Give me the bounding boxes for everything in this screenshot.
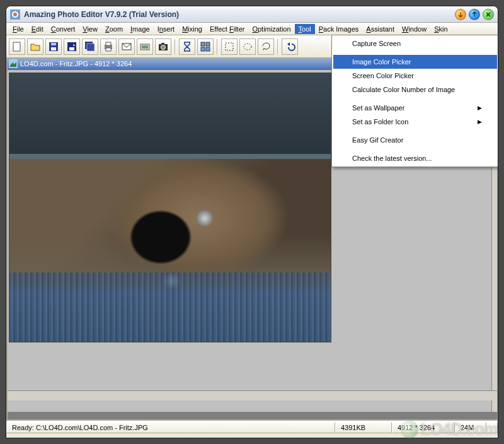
select-ellipse-icon [242,41,253,52]
save-as-icon [66,41,77,52]
maximize-button[interactable] [469,9,480,20]
camera-icon [158,41,169,52]
menu-zoom[interactable]: Zoom [101,24,127,34]
tile-button[interactable] [197,38,214,55]
tile-icon [200,41,211,52]
save-button[interactable] [45,38,62,55]
select-lasso-button[interactable] [258,38,274,55]
titlebar: Amazing Photo Editor V7.9.2 (Trial Versi… [6,6,498,23]
svg-rect-22 [206,42,210,46]
menubar: FileEditConvertViewZoomImageInsertMixing… [6,23,498,35]
svg-rect-5 [51,47,56,50]
camera-button[interactable] [155,38,171,55]
menuitem-calculate-color-number-of-image[interactable]: Calculate Color Number of Image [333,83,497,96]
save-all-button[interactable] [82,38,98,55]
menu-pack-images[interactable]: Pack Images [315,24,363,34]
menuitem-label: Image Color Picker [352,58,411,66]
toolbar-separator [217,39,218,54]
menuitem-capture-screen[interactable]: Capture Screen [333,37,497,50]
email-button[interactable] [118,38,135,55]
menuitem-set-as-wallpaper[interactable]: Set as Wallpaper▶ [333,101,497,115]
email-icon [121,41,132,52]
toolbar-separator [277,39,278,54]
svg-point-2 [13,13,17,16]
menu-image[interactable]: Image [127,24,154,34]
menuitem-label: Check the latest version... [352,155,432,162]
menu-convert[interactable]: Convert [47,24,79,34]
app-window: Amazing Photo Editor V7.9.2 (Trial Versi… [6,6,498,438]
menu-mixing[interactable]: Mixing [178,24,206,34]
select-ellipse-button[interactable] [239,38,256,55]
menuitem-set-as-folder-icon[interactable]: Set as Folder Icon▶ [333,115,497,129]
menuitem-label: Calculate Color Number of Image [352,86,455,93]
image-canvas[interactable] [9,73,331,342]
svg-rect-10 [87,44,94,51]
menuitem-screen-color-picker[interactable]: Screen Color Picker [333,69,497,83]
menuitem-check-the-latest-version[interactable]: Check the latest version... [333,151,497,165]
hourglass-icon [181,41,193,52]
new-button[interactable] [9,38,25,55]
chevron-right-icon: ▶ [478,105,482,111]
hourglass-button[interactable] [179,38,195,55]
menu-insert[interactable]: Insert [154,24,179,34]
save-all-icon [84,41,96,52]
open-icon [30,41,41,52]
svg-rect-13 [106,48,111,51]
menu-separator [335,52,496,53]
document-icon [9,59,18,68]
print-button[interactable] [100,38,117,55]
window-title: Amazing Photo Editor V7.9.2 (Trial Versi… [24,10,455,19]
menu-separator [335,98,496,99]
svg-point-18 [161,45,166,49]
menuitem-label: Set as Wallpaper [352,104,404,112]
status-ready: Ready: C:\LO4D.com\LO4D.com - Fritz.JPG [6,422,335,433]
open-button[interactable] [27,38,43,55]
svg-rect-19 [161,43,164,45]
undo-button[interactable] [282,38,298,55]
new-icon [11,41,23,52]
menu-view[interactable]: View [79,24,101,34]
svg-rect-23 [201,47,205,51]
menu-assistant[interactable]: Assistant [362,24,398,34]
menuitem-image-color-picker[interactable]: Image Color Picker [333,55,497,69]
scan-icon [139,41,151,52]
save-as-button[interactable] [64,38,80,55]
chevron-right-icon: ▶ [478,119,482,125]
select-lasso-icon [260,41,272,52]
print-icon [103,41,114,52]
toolbar-separator [175,39,176,54]
menuitem-label: Set as Folder Icon [352,118,408,126]
menu-file[interactable]: File [9,24,28,34]
svg-rect-25 [226,43,233,50]
menuitem-easy-gif-creator[interactable]: Easy Gif Creator [333,133,497,147]
status-filesize: 4391KB [335,422,392,433]
svg-rect-16 [142,45,148,49]
undo-icon [284,41,295,52]
close-button[interactable] [483,9,494,20]
menu-window[interactable]: Window [398,24,430,34]
menuitem-label: Easy Gif Creator [352,136,403,144]
menu-optimization[interactable]: Optimization [248,24,294,34]
svg-rect-12 [106,42,111,45]
document-title: LO4D.com - Fritz.JPG - 4912 * 3264 [20,60,132,67]
svg-rect-6 [51,43,56,45]
svg-rect-3 [13,42,20,51]
menu-effect-filter[interactable]: Effect Filter [206,24,248,34]
window-controls [455,9,494,20]
minimize-button[interactable] [455,9,466,20]
menu-edit[interactable]: Edit [28,24,47,34]
scan-button[interactable] [137,38,153,55]
menuitem-label: Capture Screen [352,40,401,47]
watermark: LO4D.com [401,419,498,439]
menu-tool[interactable]: Tool [295,24,315,34]
globe-icon [401,421,418,438]
select-rect-icon [224,41,235,52]
horizontal-scrollbar[interactable] [6,390,498,400]
svg-rect-8 [69,47,74,50]
menu-skin[interactable]: Skin [430,24,451,34]
svg-rect-24 [206,47,210,51]
menuitem-label: Screen Color Picker [352,72,414,79]
svg-rect-21 [201,42,205,46]
svg-point-26 [244,44,251,50]
select-rect-button[interactable] [221,38,238,55]
